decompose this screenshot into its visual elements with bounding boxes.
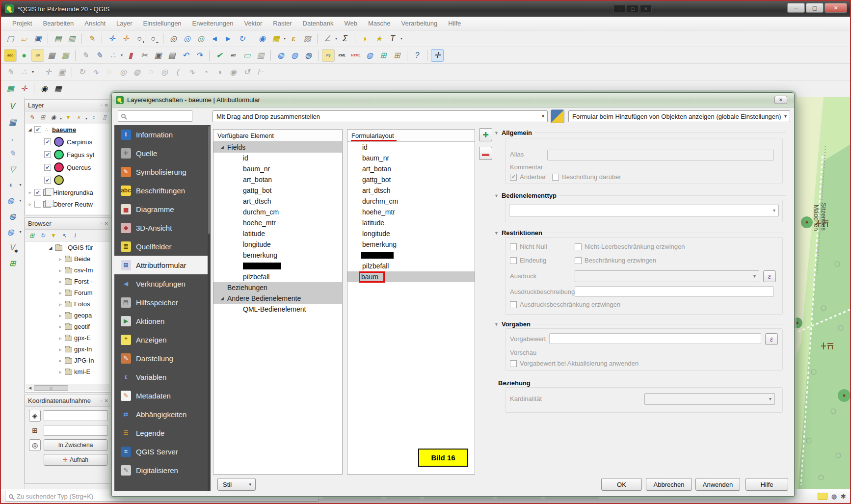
vertex-tool[interactable]: ∴ [106,49,119,62]
kml-tools[interactable]: KML [336,49,348,62]
collapse-section-icon[interactable]: ▼ [494,193,499,198]
collapse-icon[interactable]: ▹ [58,257,63,262]
available-element-row[interactable]: longitude [213,239,342,250]
statistics[interactable]: Σ [339,32,351,45]
menu-item[interactable]: Layer [111,18,138,29]
collapse-all[interactable]: ↖ [59,231,69,240]
available-element-row[interactable]: pilzbefall [213,271,342,282]
sidebar-scrollbar[interactable] [208,125,211,491]
symbol-row[interactable]: Carpinus [26,135,111,148]
browser-folder-row[interactable]: ▹ Forum [26,287,111,298]
Hilfsspeicher[interactable]: ▤ Hilfsspeicher [114,293,211,312]
available-element-row[interactable]: art_dtsch [213,196,342,207]
form-layout-row[interactable]: pilzbefall [347,261,475,271]
available-element-row[interactable]: baum_nr [213,163,342,174]
symbol-checkbox[interactable] [44,138,51,145]
available-element-row[interactable]: Beziehungen [213,282,342,293]
available-element-row[interactable]: id [213,153,342,163]
browser-folder-row[interactable]: ▹ geopa [26,310,111,321]
track-mouse-icon[interactable]: ◎ [29,439,41,451]
labeling-rule-based[interactable]: ab [31,49,44,62]
layout-manager[interactable]: ▥ [65,32,78,45]
copy-features[interactable]: ▣ [152,49,164,62]
collapse-icon[interactable]: ▹ [58,336,63,341]
help-button[interactable]: Hilfe [745,478,788,491]
labeling-options[interactable]: ▦ [45,49,58,62]
maximize-button[interactable]: ▢ [806,3,824,13]
collapse-section-icon[interactable]: ▼ [494,231,499,236]
raster-grid-green[interactable]: ⊞ [377,49,390,62]
bg-close-icon[interactable]: ✕ [640,5,652,12]
select-by-expression[interactable]: ε [287,32,300,45]
zoom-to-selection[interactable]: ◎ [181,32,193,45]
web-globe[interactable]: ◍ [288,49,301,62]
add-vector-layer[interactable]: ▽ [6,163,19,176]
rotate-point-symbols[interactable]: ↺ [240,66,253,79]
menu-item[interactable]: Datenbank [297,18,339,29]
form-layout-row[interactable]: id [347,142,475,153]
Digitalisieren[interactable]: ✎ Digitalisieren [114,461,211,479]
pan-to-selection[interactable]: ✛ [119,32,132,45]
QGIS Server[interactable]: ≈ QGIS Server [114,442,211,461]
crosshair-tool[interactable]: ✛ [431,49,444,62]
map-tips[interactable]: ◗ [359,32,372,45]
Aktionen[interactable]: ▶ Aktionen [114,312,211,330]
symbol-row[interactable]: Fagus syl [26,148,111,161]
enforce-expression-checkbox[interactable]: Ausdrucksbeschränkung erzwingen [510,301,620,308]
labeling-single[interactable]: ● [18,49,30,62]
Abhängigkeiten[interactable]: ⇄ Abhängigkeiten [114,405,211,424]
cancel-button[interactable]: Abbrechen [646,478,692,491]
expand-collapse-tree[interactable]: ↕ [89,112,99,122]
Attributformular[interactable]: ⊞ Attributformular [114,256,211,274]
new-print-layout[interactable]: ▤ [52,32,64,45]
collapse-icon[interactable]: ▹ [27,190,32,195]
browser-folder-row[interactable]: ▹ Forst - [26,276,111,287]
rotate-feature[interactable]: ↻ [76,66,88,79]
expression-description-input[interactable] [575,286,774,297]
browser-folder-row[interactable]: ▹ geotif [26,321,111,332]
checkbox-icon[interactable] [510,174,517,181]
alias-input[interactable] [547,150,774,160]
menu-item[interactable]: Web [339,18,363,29]
Variablen[interactable]: ε Variablen [114,368,211,386]
widget-type-combo[interactable] [509,205,779,216]
panel-close-icon[interactable]: ✕ [105,103,108,108]
add-group[interactable]: ⊞ [38,112,48,122]
Diagramme[interactable]: ▅ Diagramme [114,200,211,218]
dragdrop-designer-combo[interactable]: Mit Drag and Drop zusammenstellen [213,110,548,122]
delete-selected[interactable]: ▮ [124,49,137,62]
bg-maximize-icon[interactable]: ▢ [627,5,638,12]
html-tools[interactable]: HTML [349,49,362,62]
layer-visibility-checkbox[interactable] [34,126,41,133]
diagram-options[interactable]: ▦ [59,49,72,62]
paste-features[interactable]: ▤ [165,49,178,62]
split-parts[interactable]: ◔ [199,66,212,79]
open-project[interactable]: ▱ [18,32,30,45]
zoom-last[interactable]: ◄ [208,32,221,45]
symbol-checkbox[interactable] [44,177,51,184]
select-features[interactable]: ▦ [269,32,282,45]
form-layout-row[interactable]: latitude [347,217,475,228]
collapse-section-icon[interactable]: ▼ [494,131,499,135]
menu-item[interactable]: Raster [267,18,297,29]
python-console[interactable]: Py [322,49,335,62]
available-element-row[interactable]: gattg_bot [213,185,342,196]
available-element-row[interactable] [213,261,342,271]
collapse-icon[interactable]: ▹ [58,302,63,307]
add-postgis-layer[interactable]: ◖ [4,179,17,191]
web-globe-dark[interactable]: ◍ [302,49,315,62]
db-manager[interactable]: ▥ [254,49,267,62]
form-layout-row[interactable] [347,250,475,261]
add-delimited-text-layer[interactable]: , [6,132,19,144]
measure[interactable]: ∠ [321,32,334,45]
collapse-icon[interactable]: ▹ [58,347,63,352]
raster-grid-brown[interactable]: ⊞ [391,49,403,62]
browser-folder-row[interactable]: ▹ Fotos [26,298,111,310]
screen-capture-tool[interactable]: ▭ [240,49,253,62]
browser-folder-row[interactable]: ▹ gpx-E [26,332,111,344]
form-layout-row[interactable]: bemerkung [347,239,475,250]
open-layer-styling[interactable]: ✎ [27,112,37,122]
crs-select-icon[interactable]: ◈ [29,410,41,422]
form-layout-row[interactable]: baum_nr [347,153,475,163]
manage-map-themes[interactable]: ◉ [49,112,58,122]
